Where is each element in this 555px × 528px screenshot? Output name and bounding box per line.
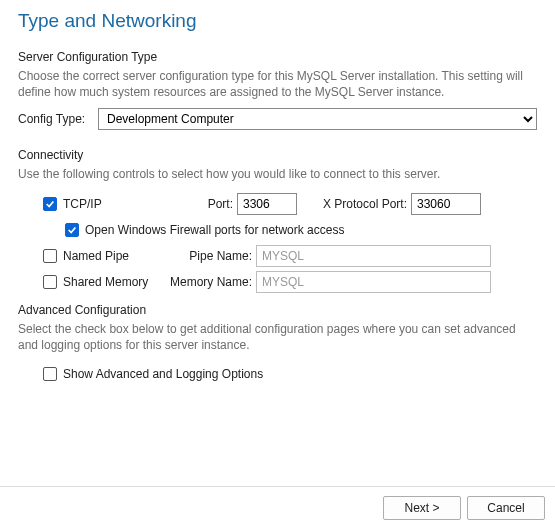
show-advanced-label: Show Advanced and Logging Options <box>63 367 263 381</box>
cancel-button[interactable]: Cancel <box>467 496 545 520</box>
firewall-checkbox[interactable] <box>65 223 79 237</box>
check-icon <box>67 225 77 235</box>
advanced-heading: Advanced Configuration <box>18 303 537 317</box>
named-pipe-checkbox[interactable] <box>43 249 57 263</box>
check-icon <box>45 199 55 209</box>
show-advanced-checkbox[interactable] <box>43 367 57 381</box>
named-pipe-label: Named Pipe <box>63 249 161 263</box>
connectivity-desc: Use the following controls to select how… <box>18 166 537 182</box>
advanced-desc: Select the check box below to get additi… <box>18 321 537 353</box>
server-config-desc: Choose the correct server configuration … <box>18 68 537 100</box>
pipe-name-label: Pipe Name: <box>161 249 256 263</box>
xprotocol-port-label: X Protocol Port: <box>311 197 411 211</box>
next-button[interactable]: Next > <box>383 496 461 520</box>
pipe-name-input <box>256 245 491 267</box>
port-label: Port: <box>173 197 237 211</box>
footer: Next > Cancel <box>0 486 555 528</box>
server-config-heading: Server Configuration Type <box>18 50 537 64</box>
firewall-label: Open Windows Firewall ports for network … <box>85 223 344 237</box>
port-input[interactable] <box>237 193 297 215</box>
tcpip-label: TCP/IP <box>63 197 143 211</box>
tcpip-checkbox[interactable] <box>43 197 57 211</box>
shared-memory-checkbox[interactable] <box>43 275 57 289</box>
config-type-label: Config Type: <box>18 112 92 126</box>
page-title: Type and Networking <box>18 10 537 32</box>
config-type-select[interactable]: Development Computer <box>98 108 537 130</box>
xprotocol-port-input[interactable] <box>411 193 481 215</box>
memory-name-label: Memory Name: <box>161 275 256 289</box>
connectivity-heading: Connectivity <box>18 148 537 162</box>
memory-name-input <box>256 271 491 293</box>
shared-memory-label: Shared Memory <box>63 275 161 289</box>
